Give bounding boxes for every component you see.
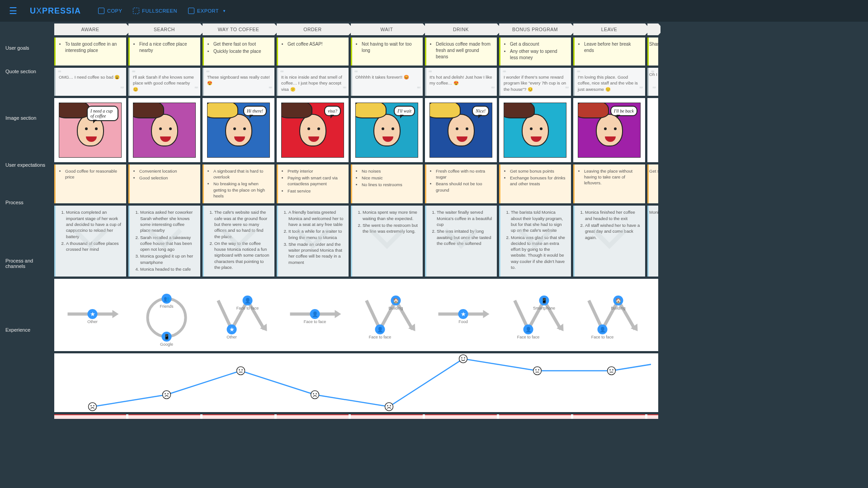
journey-map: User goals Quote section Image section U…: [0, 22, 868, 419]
cell-process[interactable]: Monica completed an important stage of h…: [54, 206, 126, 277]
cell-text: These signboard was really cute! 😍: [207, 75, 270, 85]
cell-expect[interactable]: Leaving the place without having to take…: [573, 164, 645, 203]
export-label: EXPORT: [197, 8, 219, 14]
svg-marker-20: [335, 310, 341, 318]
cell-quote[interactable]: It is nice inside and that smell of coff…: [277, 68, 349, 96]
image-cell[interactable]: I'll be back: [573, 98, 645, 162]
cell-expect[interactable]: A signboard that is hard to overlookNo b…: [203, 164, 274, 203]
cell-process[interactable]: The waiter finally served Monica's coffe…: [425, 206, 497, 277]
cell-goal[interactable]: Get a discountAny other way to spend les…: [499, 38, 571, 66]
image-cell[interactable]: I'll wait: [351, 98, 423, 162]
cell-goal[interactable]: Find a nice coffee place nearby: [128, 38, 200, 66]
list-item: Paying with smart card via contactless p…: [288, 175, 344, 187]
cell-expect[interactable]: Convenient locationGood selection: [128, 164, 200, 203]
stage-header[interactable]: WAIT: [351, 23, 423, 35]
stage-header[interactable]: AWARE: [54, 23, 126, 35]
cell-quote[interactable]: Ohhhhh it takes forever!! 😡: [351, 68, 423, 96]
stage-header[interactable]: DRINK: [425, 23, 497, 35]
list-item: Nice music: [362, 175, 418, 181]
pop-art-illustration: visa?: [281, 103, 344, 158]
svg-text:👥: 👥: [164, 296, 170, 302]
pop-art-illustration: I need a cup of coffee: [59, 103, 122, 158]
cell-image[interactable]: [647, 98, 658, 162]
cell-process[interactable]: The cafe's website said the cafe was at …: [203, 206, 274, 277]
fullscreen-button[interactable]: FULLSCREEN: [133, 8, 177, 14]
cell-goal[interactable]: To taste good coffee in an interesting p…: [54, 38, 126, 66]
quotes-row: OMG… I need coffee so bad 😩I'll ask Sara…: [54, 68, 660, 96]
cell-goal[interactable]: Get coffee ASAP!: [277, 38, 349, 66]
image-cell[interactable]: Hi there!: [203, 98, 274, 162]
cell-process[interactable]: Monica spent way more time waiting than …: [351, 206, 423, 277]
cell-expect[interactable]: Fresh coffee with no extra sugarBeans sh…: [425, 164, 497, 203]
channels-diagram: ★Other👥Friends📱Google👤Face to face★Other…: [54, 279, 651, 351]
image-cell[interactable]: [499, 98, 571, 162]
cell-expect[interactable]: No noisesNice musicNo lines to restrooms: [351, 164, 423, 203]
toolbar: COPY FULLSCREEN EXPORT▼: [98, 8, 226, 14]
export-button[interactable]: EXPORT▼: [188, 8, 226, 14]
cell-goal[interactable]: Share…: [647, 38, 658, 66]
svg-point-68: [533, 367, 542, 375]
list-item: Quickly locate the place: [213, 48, 270, 55]
image-cell[interactable]: I need a cup of coffee: [54, 98, 126, 162]
process-row: Monica completed an important stage of h…: [54, 206, 660, 277]
row-label-goals: User goals: [0, 38, 54, 58]
svg-text:📱: 📱: [164, 333, 170, 340]
cell-process[interactable]: A friendly barista greeted Monica and we…: [277, 206, 349, 277]
svg-text:👤: 👤: [525, 326, 532, 333]
cell-expect[interactable]: Get s…: [647, 164, 658, 203]
cell-quote[interactable]: These signboard was really cute! 😍: [203, 68, 274, 96]
app-logo[interactable]: UXPRESSIA: [30, 6, 81, 16]
row-label-experience: Experience: [0, 300, 54, 359]
menu-icon[interactable]: ☰: [9, 5, 17, 16]
svg-text:Friends: Friends: [160, 304, 174, 309]
stage-header[interactable]: WAY TO COFFEE: [203, 23, 274, 35]
peek-cell: [277, 414, 349, 419]
logo-rest: PRESSIA: [42, 6, 81, 16]
peek-cell: [128, 414, 200, 419]
svg-text:Face to face: Face to face: [591, 335, 614, 339]
svg-point-71: [608, 367, 616, 375]
stage-header[interactable]: ORDER: [277, 23, 349, 35]
svg-point-61: [316, 394, 317, 395]
svg-text:🏠: 🏠: [393, 297, 399, 304]
cell-quote[interactable]: I wonder if there's some reward program …: [499, 68, 571, 96]
cell-goal[interactable]: Get there fast on footQuickly locate the…: [203, 38, 274, 66]
list-item: A signboard that is hard to overlook: [213, 168, 270, 180]
pop-art-illustration: Nice!: [429, 103, 492, 158]
image-cell[interactable]: [128, 98, 200, 162]
svg-text:Google: Google: [160, 342, 173, 347]
cell-process[interactable]: Monica finished her coffee and headed to…: [573, 206, 645, 277]
cell-expect[interactable]: Pretty interiorPaying with smart card vi…: [277, 164, 349, 203]
stage-header[interactable]: BONUS PROGRAM: [499, 23, 571, 35]
cell-process[interactable]: Monica asked her coworker Sarah whether …: [128, 206, 200, 277]
cell-quote[interactable]: I'll ask Sarah if she knows some place w…: [128, 68, 200, 96]
cell-goal[interactable]: Delicious coffee made from fresh and wel…: [425, 38, 497, 66]
cell-expect[interactable]: Get some bonus pointsExchange bonuses fo…: [499, 164, 571, 203]
stage-header[interactable]: LEAVE: [573, 23, 645, 35]
cell-process[interactable]: The barista told Monica about their loya…: [499, 206, 571, 277]
svg-text:★: ★: [90, 311, 95, 317]
svg-point-70: [538, 370, 539, 371]
pop-art-illustration: I'll wait: [355, 103, 418, 158]
cell-quote[interactable]: I'm loving this place. Good coffee, nice…: [573, 68, 645, 96]
image-cell[interactable]: Nice!: [425, 98, 497, 162]
svg-text:Food: Food: [458, 319, 468, 324]
stage-header[interactable]: SEARCH: [128, 23, 200, 35]
cell-quote[interactable]: Oh I ha…: [647, 68, 658, 96]
cell-text: Ohhhhh it takes forever!! 😡: [355, 75, 409, 80]
speech-bubble: visa?: [324, 106, 341, 116]
copy-button[interactable]: COPY: [98, 8, 122, 14]
cell-process[interactable]: Moni…: [647, 206, 658, 277]
cell-quote[interactable]: It's hot and delish! Just how I like my …: [425, 68, 497, 96]
svg-text:👤: 👤: [312, 311, 318, 317]
speech-bubble: Hi there!: [243, 106, 267, 116]
cell-quote[interactable]: OMG… I need coffee so bad 😩: [54, 68, 126, 96]
row-label-process: Process: [0, 178, 54, 226]
copy-icon: [98, 8, 104, 14]
image-cell[interactable]: visa?: [277, 98, 349, 162]
cell-expect[interactable]: Good coffee for reasonable price: [54, 164, 126, 203]
svg-text:Smartphone: Smartphone: [533, 306, 555, 310]
cell-goal[interactable]: Leave before her break ends: [573, 38, 645, 66]
list-item: To taste good coffee in an interesting p…: [65, 41, 122, 54]
cell-goal[interactable]: Not having to wait for too long: [351, 38, 423, 66]
